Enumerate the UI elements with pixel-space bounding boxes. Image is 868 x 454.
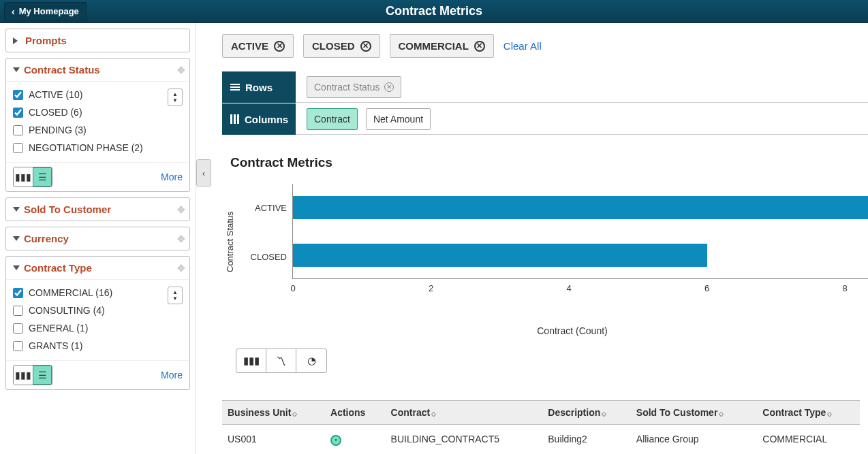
type-option-general[interactable]: GENERAL (1) bbox=[13, 319, 168, 337]
clear-all-link[interactable]: Clear All bbox=[503, 40, 542, 52]
sort-updown-button[interactable]: ▲ ▼ bbox=[168, 287, 183, 304]
x-tick: 6 bbox=[704, 283, 709, 293]
remove-icon[interactable]: ✕ bbox=[384, 82, 394, 92]
pie-chart-button[interactable]: ◔ bbox=[296, 349, 326, 372]
more-link[interactable]: More bbox=[161, 172, 183, 182]
list-view-button[interactable]: ☰ bbox=[33, 366, 52, 385]
chart-type-toggle: ▮▮▮ 〽 ◔ bbox=[236, 348, 327, 373]
remove-icon[interactable]: ✕ bbox=[360, 41, 371, 52]
caret-down-icon bbox=[13, 67, 20, 72]
contract-status-title: Contract Status bbox=[24, 64, 100, 76]
sold-to-header[interactable]: Sold To Customer ✥ bbox=[6, 198, 189, 221]
checkbox-general[interactable] bbox=[13, 323, 23, 334]
sort-updown-button[interactable]: ▲ ▼ bbox=[168, 88, 183, 106]
more-link[interactable]: More bbox=[161, 370, 183, 380]
type-option-consulting[interactable]: CONSULTING (4) bbox=[13, 302, 168, 319]
chip-closed[interactable]: CLOSED ✕ bbox=[303, 34, 380, 58]
sort-icon: ◇ bbox=[719, 410, 722, 417]
sort-icon: ◇ bbox=[827, 410, 830, 417]
chart-view-button[interactable]: ▮▮▮ bbox=[14, 366, 33, 385]
view-toggle: ▮▮▮ ☰ bbox=[13, 167, 52, 187]
cols-chip-contract[interactable]: Contract bbox=[307, 108, 358, 130]
prompts-header[interactable]: Prompts bbox=[6, 29, 189, 52]
currency-panel: Currency ✥ bbox=[5, 227, 190, 250]
x-tick: 2 bbox=[429, 283, 433, 293]
status-option-active[interactable]: ACTIVE (10) bbox=[13, 86, 168, 103]
remove-icon[interactable]: ✕ bbox=[474, 41, 485, 52]
down-icon: ▼ bbox=[172, 97, 178, 103]
type-option-commercial[interactable]: COMMERCIAL (16) bbox=[13, 284, 168, 302]
sidebar: Prompts Contract Status ✥ ACTIVE (10) bbox=[0, 23, 196, 454]
status-option-pending[interactable]: PENDING (3) bbox=[13, 121, 168, 139]
cell-customer: Alliance Group bbox=[631, 425, 757, 455]
caret-down-icon bbox=[13, 207, 20, 212]
move-icon[interactable]: ✥ bbox=[177, 204, 185, 215]
back-label: My Homepage bbox=[19, 6, 79, 16]
col-sold-to[interactable]: Sold To Customer ◇ bbox=[631, 401, 757, 425]
up-icon: ▲ bbox=[172, 91, 178, 97]
contract-type-header[interactable]: Contract Type ✥ bbox=[6, 257, 189, 280]
bar-closed[interactable] bbox=[293, 244, 707, 267]
x-tick: 8 bbox=[843, 283, 848, 293]
line-chart-icon: 〽 bbox=[276, 355, 286, 367]
collapse-sidebar-button[interactable]: ‹ bbox=[196, 159, 211, 187]
remove-icon[interactable]: ✕ bbox=[274, 41, 285, 52]
status-option-negotiation[interactable]: NEGOTIATION PHASE (2) bbox=[13, 139, 168, 157]
contract-status-header[interactable]: Contract Status ✥ bbox=[6, 59, 189, 82]
list-icon: ☰ bbox=[38, 172, 47, 182]
chart-area: Contract Metrics Contract Status ACTIVE … bbox=[222, 155, 868, 373]
bar-active[interactable] bbox=[293, 196, 868, 219]
contract-status-panel: Contract Status ✥ ACTIVE (10) CLOSED (6) bbox=[5, 58, 190, 192]
status-option-closed[interactable]: CLOSED (6) bbox=[13, 103, 168, 121]
type-option-grants[interactable]: GRANTS (1) bbox=[13, 337, 168, 355]
sold-to-panel: Sold To Customer ✥ bbox=[5, 197, 190, 221]
caret-right-icon bbox=[13, 37, 21, 44]
main-content: ACTIVE ✕ CLOSED ✕ COMMERCIAL ✕ Clear All… bbox=[211, 23, 868, 454]
checkbox-consulting[interactable] bbox=[13, 306, 23, 316]
list-icon: ☰ bbox=[38, 370, 47, 380]
bar-chart-icon: ▮▮▮ bbox=[15, 370, 31, 380]
category-label-active: ACTIVE bbox=[238, 203, 287, 213]
columns-icon bbox=[230, 114, 239, 124]
caret-down-icon bbox=[13, 236, 20, 241]
bar-chart-icon: ▮▮▮ bbox=[243, 355, 260, 367]
checkbox-pending[interactable] bbox=[13, 125, 23, 135]
row-action-button[interactable]: ▾ bbox=[330, 435, 341, 446]
col-contract-type[interactable]: Contract Type ◇ bbox=[757, 401, 860, 425]
contract-type-title: Contract Type bbox=[24, 262, 92, 274]
currency-header[interactable]: Currency ✥ bbox=[6, 227, 189, 250]
col-business-unit[interactable]: Business Unit ◇ bbox=[222, 401, 325, 425]
bar-chart-icon: ▮▮▮ bbox=[15, 172, 31, 182]
caret-down-icon bbox=[13, 265, 20, 270]
checkbox-grants[interactable] bbox=[13, 341, 23, 351]
cols-chip-net-amount[interactable]: Net Amount bbox=[366, 108, 431, 130]
cell-bu: US001 bbox=[222, 425, 325, 455]
bar-chart-button[interactable]: ▮▮▮ bbox=[236, 349, 266, 372]
contract-type-panel: Contract Type ✥ COMMERCIAL (16) CONSULTI… bbox=[5, 256, 190, 390]
chip-active[interactable]: ACTIVE ✕ bbox=[222, 34, 294, 58]
col-description[interactable]: Description ◇ bbox=[542, 401, 631, 425]
chip-commercial[interactable]: COMMERCIAL ✕ bbox=[390, 34, 494, 58]
sold-to-title: Sold To Customer bbox=[24, 204, 111, 215]
chart-view-button[interactable]: ▮▮▮ bbox=[14, 167, 33, 187]
back-homepage-button[interactable]: ‹ My Homepage bbox=[4, 2, 87, 21]
rows-chip-contract-status[interactable]: Contract Status ✕ bbox=[307, 76, 401, 98]
checkbox-commercial[interactable] bbox=[13, 288, 23, 298]
checkbox-active[interactable] bbox=[13, 90, 23, 100]
chevron-left-icon: ‹ bbox=[12, 6, 15, 17]
chevron-left-icon: ‹ bbox=[202, 168, 205, 178]
x-tick: 0 bbox=[290, 283, 295, 293]
move-icon[interactable]: ✥ bbox=[177, 263, 185, 274]
table-row[interactable]: US001 ▾ BUILDING_CONTRACT5 Building2 All… bbox=[222, 425, 860, 455]
move-icon[interactable]: ✥ bbox=[177, 233, 185, 244]
move-icon[interactable]: ✥ bbox=[177, 65, 185, 76]
table-header-row: Business Unit ◇ Actions Contract ◇ Descr… bbox=[222, 401, 860, 425]
page-title: Contract Metrics bbox=[386, 4, 482, 18]
list-view-button[interactable]: ☰ bbox=[33, 167, 52, 187]
checkbox-closed[interactable] bbox=[13, 108, 23, 118]
line-chart-button[interactable]: 〽 bbox=[266, 349, 296, 372]
col-contract[interactable]: Contract ◇ bbox=[386, 401, 543, 425]
checkbox-negotiation[interactable] bbox=[13, 143, 23, 153]
cell-type: COMMERCIAL bbox=[757, 425, 860, 455]
results-table: Business Unit ◇ Actions Contract ◇ Descr… bbox=[222, 400, 860, 454]
